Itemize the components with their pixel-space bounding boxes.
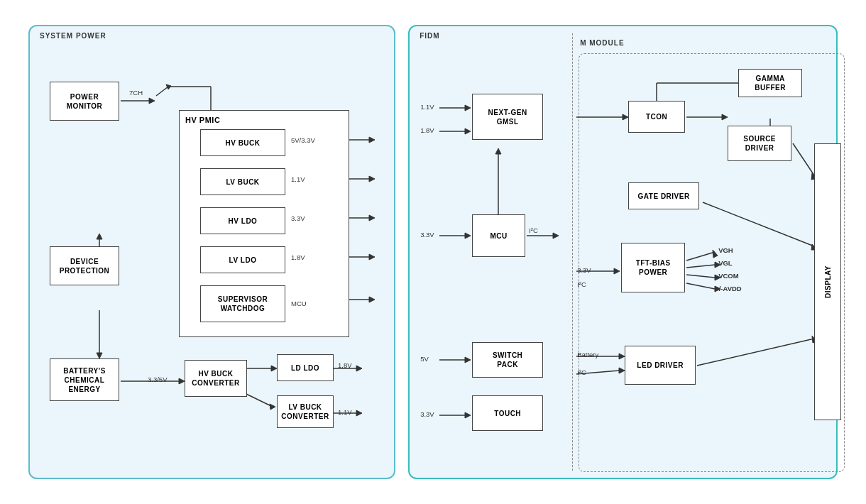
m-module-border <box>579 53 845 472</box>
lv-buck-conv-block: LV BUCK CONVERTER <box>277 395 334 428</box>
svg-marker-40 <box>465 412 471 418</box>
lv-ldo-pmic-block: LV LDO <box>200 246 285 273</box>
svg-marker-25 <box>369 254 375 260</box>
avdd-label: +/-AVDD <box>715 285 742 292</box>
fidm-right-section: M MODULE <box>573 33 829 471</box>
v3-3v-label: 3.3V <box>291 214 305 222</box>
system-power-panel: SYSTEM POWER <box>28 25 395 479</box>
7ch-label: 7CH <box>129 89 143 97</box>
svg-marker-15 <box>97 234 102 239</box>
fidm-panel: FIDM <box>408 25 838 479</box>
svg-line-2 <box>156 87 168 96</box>
svg-line-8 <box>246 394 271 406</box>
fidm-left-section: 1.1V 1.8V 3.3V 5V 3.3V NEXT-GEN GMSL MCU… <box>417 33 573 471</box>
power-monitor-block: POWER MONITOR <box>50 82 119 121</box>
hv-buck-conv-block: HV BUCK CONVERTER <box>185 360 247 397</box>
vcom-label: VCOM <box>718 272 739 280</box>
display-block: DISPLAY <box>814 143 841 420</box>
svg-marker-36 <box>465 233 471 239</box>
led-driver-block: LED DRIVER <box>625 346 696 385</box>
svg-marker-3 <box>166 84 171 89</box>
svg-marker-7 <box>271 366 277 371</box>
tcon-block: TCON <box>628 101 685 133</box>
mcu-block: MCU <box>472 214 525 257</box>
m-3-3v-label: 3.3V <box>577 266 591 274</box>
fidm-5v-label: 5V <box>420 355 429 363</box>
svg-marker-19 <box>369 137 375 143</box>
v1-8v-label: 1.8V <box>291 253 305 261</box>
i2c-label-2: I²C <box>577 368 586 376</box>
v3-3-5v-label: 3.3/5V <box>148 376 167 383</box>
svg-marker-32 <box>465 105 471 111</box>
svg-marker-13 <box>356 410 362 416</box>
supervisor-block: SUPERVISOR WATCHDOG <box>200 285 285 322</box>
v5v-33v-label: 5V/3.3V <box>291 136 315 144</box>
svg-marker-38 <box>465 357 471 363</box>
device-protection-block: DEVICE PROTECTION <box>50 246 119 285</box>
i2c-label-3: I²C <box>577 280 586 288</box>
switch-pack-block: SWITCH PACK <box>472 342 543 378</box>
next-gen-gmsl-block: NEXT-GEN GMSL <box>472 94 543 140</box>
gate-driver-block: GATE DRIVER <box>628 182 699 209</box>
svg-marker-27 <box>369 297 375 302</box>
vgh-label: VGH <box>718 246 733 254</box>
vgl-label: VGL <box>718 259 733 267</box>
hv-ldo-block: HV LDO <box>200 207 285 234</box>
system-power-label: SYSTEM POWER <box>40 32 106 40</box>
hv-buck-block: HV BUCK <box>200 129 285 156</box>
ld-ldo-block: LD LDO <box>277 354 334 381</box>
svg-marker-21 <box>369 176 375 182</box>
svg-marker-17 <box>97 353 102 358</box>
v1-1v-label: 1.1V <box>291 175 305 183</box>
i2c-label-1: I²C <box>529 226 538 234</box>
battery-label: Battery <box>577 351 598 358</box>
lv-buck-block: LV BUCK <box>200 168 285 195</box>
fidm-3-3v-label: 3.3V <box>420 231 434 239</box>
gamma-buffer-block: GAMMA BUFFER <box>738 69 802 97</box>
v1-8v-2-label: 1.8V <box>338 361 352 369</box>
svg-marker-34 <box>465 128 471 134</box>
svg-marker-1 <box>149 98 155 104</box>
svg-marker-5 <box>179 378 185 384</box>
system-wrapper: POWER MONITOR 7CH DEVICE PROTECTION BATT… <box>37 48 387 485</box>
tft-bias-block: TFT-BIAS POWER <box>621 243 685 292</box>
fidm-3-3v-2-label: 3.3V <box>420 410 434 418</box>
svg-marker-11 <box>356 366 362 371</box>
svg-marker-23 <box>369 215 375 221</box>
source-driver-block: SOURCE DRIVER <box>728 126 791 161</box>
svg-marker-42 <box>495 148 501 154</box>
diagram-container: SYSTEM POWER <box>14 11 852 493</box>
touch-block: TOUCH <box>472 395 543 431</box>
svg-marker-9 <box>270 404 275 410</box>
fidm-1-1v-label: 1.1V <box>420 103 434 111</box>
m-module-label: M MODULE <box>580 39 624 47</box>
svg-marker-44 <box>553 233 559 239</box>
v1-1v-2-label: 1.1V <box>338 408 352 416</box>
fidm-1-8v-label: 1.8V <box>420 126 434 134</box>
battery-block: BATTERY'S CHEMICAL ENERGY <box>50 358 119 401</box>
mcu-out-label: MCU <box>291 300 307 307</box>
